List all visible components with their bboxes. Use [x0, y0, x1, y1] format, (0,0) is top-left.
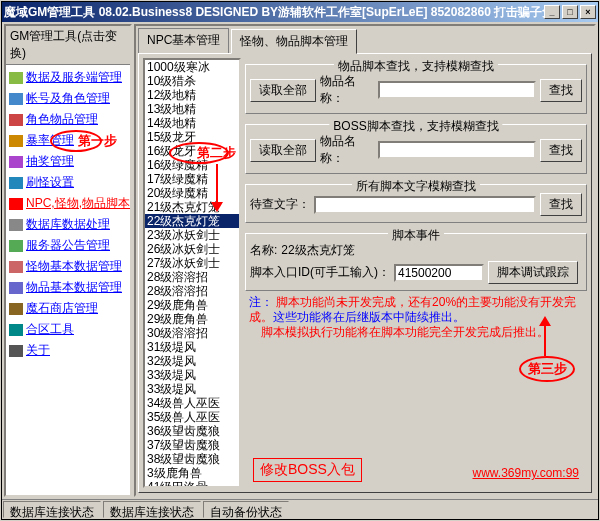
list-item[interactable]: 28级溶溶招 [145, 284, 239, 298]
status-backup: 自动备份状态 [203, 501, 289, 518]
list-item[interactable]: 32级堤风 [145, 354, 239, 368]
sidebar-item-8[interactable]: 服务器公告管理 [7, 235, 129, 256]
sidebar-icon [9, 135, 23, 147]
sidebar-item-7[interactable]: 数据库数据处理 [7, 214, 129, 235]
list-item[interactable]: 30级溶溶招 [145, 326, 239, 340]
list-item[interactable]: 31级堤风 [145, 340, 239, 354]
sidebar-item-12[interactable]: 合区工具 [7, 319, 129, 340]
group-item-search: 物品脚本查找，支持模糊查找 读取全部 物品名称： 查找 [245, 64, 587, 114]
sidebar-item-label: 暴率管理 [26, 132, 74, 149]
sidebar-item-label: 帐号及角色管理 [26, 90, 110, 107]
find-button-1[interactable]: 查找 [540, 79, 582, 102]
sidebar-item-5[interactable]: 刷怪设置 [7, 172, 129, 193]
sidebar-item-label: 物品基本数据管理 [26, 279, 122, 296]
sidebar-icon [9, 198, 23, 210]
list-item[interactable]: 16级绿魔精 [145, 158, 239, 172]
list-item[interactable]: 16级龙牙 [145, 144, 239, 158]
list-item[interactable]: 3级鹿角兽 [145, 466, 239, 480]
sidebar-icon [9, 240, 23, 252]
sidebar-item-6[interactable]: NPC,怪物,物品脚本 [7, 193, 129, 214]
value-name: 22级杰克灯笼 [281, 242, 354, 259]
sidebar-icon [9, 177, 23, 189]
list-item[interactable]: 27级冰妖剑士 [145, 256, 239, 270]
list-item[interactable]: 26级冰妖剑士 [145, 242, 239, 256]
script-debug-button[interactable]: 脚本调试跟踪 [488, 261, 578, 284]
sidebar-item-4[interactable]: 抽奖管理 [7, 151, 129, 172]
script-id-input[interactable] [394, 264, 484, 282]
group-title: 脚本事件 [388, 227, 444, 244]
annotation-boxed: 修改BOSS入包 [253, 458, 362, 482]
group-boss-search: BOSS脚本查找，支持模糊查找 读取全部 物品名称： 查找 [245, 124, 587, 174]
list-item[interactable]: 12级地精 [145, 88, 239, 102]
sidebar-item-10[interactable]: 物品基本数据管理 [7, 277, 129, 298]
window-title: 魔域GM管理工具 08.02.Business8 DESIGNED BY游辅软件… [4, 4, 544, 21]
sidebar-item-label: 怪物基本数据管理 [26, 258, 122, 275]
sidebar-item-label: 数据及服务端管理 [26, 69, 122, 86]
sidebar-icon [9, 345, 23, 357]
sidebar-item-1[interactable]: 帐号及角色管理 [7, 88, 129, 109]
sidebar-item-label: 合区工具 [26, 321, 74, 338]
maximize-button[interactable]: □ [562, 5, 578, 19]
list-item[interactable]: 21级杰克灯笼 [145, 200, 239, 214]
sidebar-icon [9, 72, 23, 84]
sidebar-icon [9, 303, 23, 315]
list-item[interactable]: 38级望齿魔狼 [145, 452, 239, 466]
annotation-circle-3 [519, 356, 575, 382]
minimize-button[interactable]: _ [544, 5, 560, 19]
status-db-2: 数据库连接状态 [103, 501, 201, 518]
list-item[interactable]: 35级兽人巫医 [145, 410, 239, 424]
list-item[interactable]: 33级堤风 [145, 368, 239, 382]
list-item[interactable]: 37级望齿魔狼 [145, 438, 239, 452]
group-title: 所有脚本文字模糊查找 [352, 178, 480, 195]
read-all-button-2[interactable]: 读取全部 [250, 139, 316, 162]
tab-monster-item-script[interactable]: 怪物、物品脚本管理 [231, 29, 357, 54]
status-db-1: 数据库连接状态 [3, 501, 101, 518]
sidebar-item-0[interactable]: 数据及服务端管理 [7, 67, 129, 88]
list-item[interactable]: 20级绿魔精 [145, 186, 239, 200]
sidebar-item-label: 服务器公告管理 [26, 237, 110, 254]
sidebar-item-2[interactable]: 角色物品管理 [7, 109, 129, 130]
group-title: BOSS脚本查找，支持模糊查找 [329, 118, 502, 135]
item-name-input-2[interactable] [378, 141, 536, 159]
sidebar-item-9[interactable]: 怪物基本数据管理 [7, 256, 129, 277]
list-item[interactable]: 41级巴洛骨 [145, 480, 239, 486]
list-item[interactable]: 23级冰妖剑士 [145, 228, 239, 242]
list-item[interactable]: 29级鹿角兽 [145, 312, 239, 326]
tab-npc-basic[interactable]: NPC基本管理 [138, 28, 229, 53]
item-name-input-1[interactable] [378, 81, 536, 99]
label-search-text: 待查文字： [250, 196, 310, 213]
search-text-input[interactable] [314, 196, 536, 214]
list-item[interactable]: 36级望齿魔狼 [145, 424, 239, 438]
group-text-search: 所有脚本文字模糊查找 待查文字： 查找 [245, 184, 587, 223]
find-button-2[interactable]: 查找 [540, 139, 582, 162]
sidebar-item-label: 关于 [26, 342, 50, 359]
sidebar-item-label: NPC,怪物,物品脚本 [26, 195, 130, 212]
sidebar-item-label: 魔石商店管理 [26, 300, 98, 317]
list-item[interactable]: 15级龙牙 [145, 130, 239, 144]
list-item[interactable]: 14级地精 [145, 116, 239, 130]
list-item[interactable]: 13级地精 [145, 102, 239, 116]
list-item[interactable]: 34级兽人巫医 [145, 396, 239, 410]
list-item[interactable]: 17级绿魔精 [145, 172, 239, 186]
close-button[interactable]: × [580, 5, 596, 19]
read-all-button-1[interactable]: 读取全部 [250, 79, 316, 102]
group-title: 物品脚本查找，支持模糊查找 [334, 58, 498, 75]
list-item[interactable]: 29级鹿角兽 [145, 298, 239, 312]
sidebar-item-label: 抽奖管理 [26, 153, 74, 170]
sidebar-icon [9, 114, 23, 126]
list-item[interactable]: 33级堤风 [145, 382, 239, 396]
item-listbox[interactable]: 1000级寒冰10级猎杀12级地精13级地精14级地精15级龙牙16级龙牙16级… [143, 58, 241, 488]
content-panel: NPC基本管理 怪物、物品脚本管理 1000级寒冰10级猎杀12级地精13级地精… [134, 24, 596, 497]
sidebar-icon [9, 261, 23, 273]
sidebar-item-13[interactable]: 关于 [7, 340, 129, 361]
list-item[interactable]: 1000级寒冰 [145, 60, 239, 74]
sidebar-item-11[interactable]: 魔石商店管理 [7, 298, 129, 319]
sidebar-header: GM管理工具(点击变换) [6, 26, 130, 65]
list-item[interactable]: 10级猎杀 [145, 74, 239, 88]
sidebar-item-3[interactable]: 暴率管理 [7, 130, 129, 151]
list-item[interactable]: 28级溶溶招 [145, 270, 239, 284]
sidebar-icon [9, 156, 23, 168]
sidebar-icon [9, 324, 23, 336]
list-item[interactable]: 22级杰克灯笼 [145, 214, 239, 228]
find-button-3[interactable]: 查找 [540, 193, 582, 216]
